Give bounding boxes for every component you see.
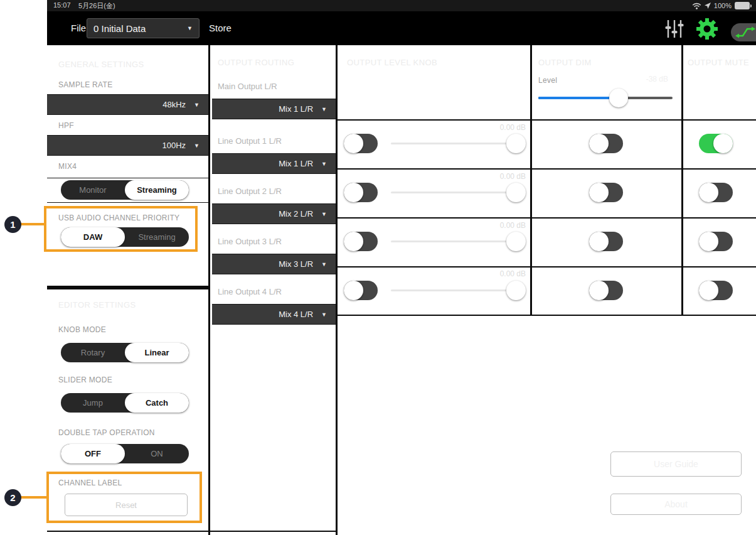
- column-border: [530, 45, 532, 316]
- settings-gear-icon[interactable]: [696, 18, 718, 40]
- status-date: 5月26日(金): [78, 1, 115, 11]
- slider-thumb[interactable]: [506, 183, 526, 202]
- column-border: [336, 45, 338, 535]
- dim-toggle-4[interactable]: [589, 281, 623, 300]
- double-tap-label: DOUBLE TAP OPERATION: [58, 428, 155, 437]
- editor-settings-title: EDITOR SETTINGS: [58, 300, 136, 310]
- level-db-value: 0.00 dB: [450, 269, 526, 278]
- routing-value: Mix 1 L/R: [279, 104, 313, 114]
- routing-dropdown-line2[interactable]: Mix 2 L/R ▼: [212, 203, 336, 224]
- slider-mode-segmented-control: Jump Catch: [61, 393, 189, 413]
- level-knob-toggle-3[interactable]: [344, 232, 378, 251]
- knob-mode-linear-option[interactable]: Linear: [125, 343, 189, 362]
- routing-value: Mix 3 L/R: [279, 259, 313, 269]
- mute-toggle-2[interactable]: [699, 183, 733, 202]
- divider: [47, 178, 208, 178]
- toggle-knob: [344, 232, 363, 251]
- dim-toggle-1[interactable]: [589, 134, 623, 153]
- chevron-down-icon: ▼: [194, 102, 200, 108]
- connection-arrows-icon: [735, 25, 756, 40]
- slider-thumb[interactable]: [506, 134, 526, 153]
- double-tap-off-option[interactable]: OFF: [61, 444, 125, 463]
- level-knob-toggle-4[interactable]: [344, 281, 378, 300]
- wifi-icon: [692, 3, 701, 9]
- mute-toggle-3[interactable]: [699, 232, 733, 251]
- mix4-label: MIX4: [58, 162, 77, 171]
- annotation-marker-2: 2: [4, 489, 21, 506]
- routing-dropdown-line4[interactable]: Mix 4 L/R ▼: [212, 304, 336, 325]
- routing-row-label: Line Output 3 L/R: [218, 237, 282, 246]
- connect-button[interactable]: [731, 23, 756, 41]
- sample-rate-label: SAMPLE RATE: [58, 80, 112, 89]
- routing-row-label: Line Output 1 L/R: [218, 136, 282, 146]
- dim-toggle-3[interactable]: [589, 232, 623, 251]
- output-level-knob-title: OUTPUT LEVEL KNOB: [347, 58, 437, 67]
- slider-track: [391, 192, 522, 193]
- slider-mode-jump-option[interactable]: Jump: [61, 393, 125, 413]
- level-db-value: 0.00 dB: [450, 221, 526, 230]
- knob-mode-rotary-option[interactable]: Rotary: [61, 343, 125, 362]
- user-guide-button[interactable]: User Guide: [610, 451, 742, 477]
- mixer-faders-icon[interactable]: [664, 19, 685, 38]
- chevron-down-icon: ▼: [321, 311, 327, 318]
- output-mute-title: OUTPUT MUTE: [688, 58, 749, 67]
- store-button[interactable]: Store: [209, 11, 232, 45]
- section-divider: [47, 286, 208, 289]
- slider-thumb[interactable]: [609, 89, 628, 107]
- hpf-dropdown[interactable]: 100Hz ▼: [47, 135, 208, 156]
- knob-mode-label: KNOB MODE: [58, 325, 106, 334]
- dim-toggle-2[interactable]: [589, 183, 623, 202]
- level-slider-2[interactable]: [391, 183, 526, 202]
- dim-level-value: -38 dB: [593, 75, 668, 84]
- slider-mode-catch-option[interactable]: Catch: [125, 393, 189, 413]
- chevron-down-icon: ▼: [321, 106, 327, 112]
- toggle-knob: [699, 281, 718, 300]
- mute-toggle-1[interactable]: [699, 134, 733, 153]
- level-db-value: 0.00 dB: [450, 123, 526, 132]
- routing-dropdown-main[interactable]: Mix 1 L/R ▼: [212, 99, 336, 119]
- toggle-knob: [699, 232, 718, 251]
- level-knob-toggle-2[interactable]: [344, 183, 378, 202]
- hpf-label: HPF: [58, 121, 74, 130]
- row-border: [336, 217, 756, 219]
- dim-level-label: Level: [538, 76, 557, 85]
- annotation-line-2: [18, 496, 46, 499]
- mix4-streaming-option[interactable]: Streaming: [125, 180, 189, 200]
- level-slider-4[interactable]: [391, 281, 526, 300]
- mute-toggle-4[interactable]: [699, 281, 733, 300]
- status-time: 15:07: [53, 1, 71, 9]
- slider-thumb[interactable]: [506, 232, 526, 251]
- chevron-down-icon: ▼: [194, 143, 200, 149]
- mix4-monitor-option[interactable]: Monitor: [61, 180, 125, 200]
- toggle-knob: [699, 183, 718, 202]
- toggle-knob: [589, 183, 609, 202]
- level-knob-toggle-1[interactable]: [344, 134, 378, 153]
- level-slider-3[interactable]: [391, 232, 526, 251]
- about-button[interactable]: About: [610, 494, 742, 515]
- file-label: File: [71, 11, 86, 45]
- location-arrow-icon: [705, 3, 711, 9]
- level-slider-1[interactable]: [391, 134, 526, 153]
- preset-value: 0 Initial Data: [93, 23, 187, 34]
- mix4-segmented-control: Monitor Streaming: [61, 180, 189, 200]
- battery-icon: [735, 2, 750, 9]
- sample-rate-value: 48kHz: [162, 100, 186, 109]
- level-db-value: 0.00 dB: [450, 172, 526, 181]
- dim-level-slider[interactable]: [538, 89, 673, 107]
- toggle-knob: [589, 281, 609, 300]
- general-settings-title: GENERAL SETTINGS: [58, 60, 144, 69]
- routing-dropdown-line3[interactable]: Mix 3 L/R ▼: [212, 254, 336, 274]
- slider-thumb[interactable]: [506, 281, 526, 300]
- annotation-line-1: [18, 223, 44, 225]
- hpf-value: 100Hz: [162, 141, 186, 150]
- chevron-down-icon: ▼: [321, 211, 327, 217]
- sample-rate-dropdown[interactable]: 48kHz ▼: [47, 94, 208, 115]
- toggle-knob: [713, 134, 733, 153]
- chevron-down-icon: ▼: [321, 261, 327, 268]
- routing-dropdown-line1[interactable]: Mix 1 L/R ▼: [212, 153, 336, 174]
- toggle-knob: [344, 183, 363, 202]
- slider-mode-label: SLIDER MODE: [58, 376, 112, 384]
- slider-track: [391, 143, 522, 144]
- preset-dropdown[interactable]: 0 Initial Data ▼: [87, 18, 200, 38]
- double-tap-on-option[interactable]: ON: [125, 444, 189, 463]
